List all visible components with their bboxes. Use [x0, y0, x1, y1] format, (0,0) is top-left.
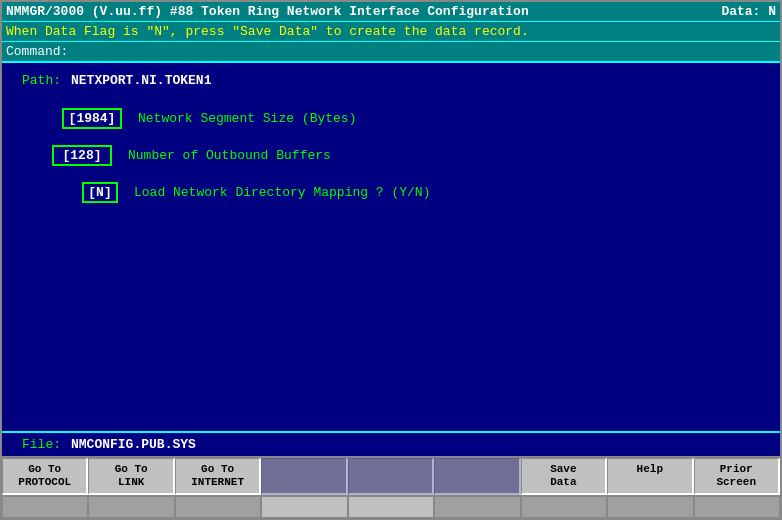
main-content: Path: NETXPORT.NI.TOKEN1 [1984] Network …	[2, 63, 780, 431]
file-value: NMCONFIG.PUB.SYS	[71, 437, 196, 452]
fkey2-9	[694, 496, 780, 518]
outbound-buffers-field[interactable]: [128]	[52, 145, 112, 166]
fkey2-4	[261, 496, 347, 518]
header-data-flag: Data: N	[721, 4, 776, 19]
fkey-4-button	[261, 458, 347, 495]
fkey-help-button[interactable]: Help	[607, 458, 693, 495]
command-label: Command:	[6, 44, 68, 59]
outbound-buffers-label: Number of Outbound Buffers	[128, 148, 331, 163]
field-row-outbound-buffers: [128] Number of Outbound Buffers	[22, 145, 760, 166]
fkey-protocol-button[interactable]: Go To PROTOCOL	[2, 458, 88, 495]
fkey-6-button	[434, 458, 520, 495]
load-network-directory-label: Load Network Directory Mapping ? (Y/N)	[134, 185, 430, 200]
file-label: File:	[22, 437, 61, 452]
fkey-internet-button[interactable]: Go To INTERNET	[175, 458, 261, 495]
fkey-save-button[interactable]: Save Data	[521, 458, 607, 495]
network-segment-size-label: Network Segment Size (Bytes)	[138, 111, 356, 126]
command-bar: Command:	[2, 42, 780, 63]
fkey-prior-screen-button[interactable]: Prior Screen	[694, 458, 780, 495]
fkey2-2	[88, 496, 174, 518]
header-title: NMMGR/3000 (V.uu.ff) #88 Token Ring Netw…	[6, 4, 529, 19]
fkey2-7	[521, 496, 607, 518]
info-message: When Data Flag is "N", press "Save Data"…	[6, 24, 529, 39]
field-row-load-network-directory: [N] Load Network Directory Mapping ? (Y/…	[22, 182, 760, 203]
info-bar: When Data Flag is "N", press "Save Data"…	[2, 22, 780, 42]
fkey-5-button	[348, 458, 434, 495]
header-bar: NMMGR/3000 (V.uu.ff) #88 Token Ring Netw…	[2, 2, 780, 22]
status-bar: File: NMCONFIG.PUB.SYS	[2, 431, 780, 456]
fkey-link-button[interactable]: Go To LINK	[88, 458, 174, 495]
fkey-bar: Go To PROTOCOL Go To LINK Go To INTERNET…	[2, 456, 780, 495]
path-value: NETXPORT.NI.TOKEN1	[71, 73, 211, 88]
fkey2-1	[2, 496, 88, 518]
main-screen: NMMGR/3000 (V.uu.ff) #88 Token Ring Netw…	[0, 0, 782, 520]
path-line: Path: NETXPORT.NI.TOKEN1	[22, 73, 760, 88]
fkey2-3	[175, 496, 261, 518]
network-segment-size-field[interactable]: [1984]	[62, 108, 122, 129]
fkey-bar-row2	[2, 495, 780, 518]
fkey2-6	[434, 496, 520, 518]
field-row-network-segment: [1984] Network Segment Size (Bytes)	[22, 108, 760, 129]
fkey2-5	[348, 496, 434, 518]
command-input[interactable]	[76, 44, 276, 59]
load-network-directory-field[interactable]: [N]	[82, 182, 118, 203]
path-label: Path:	[22, 73, 61, 88]
fkey2-8	[607, 496, 693, 518]
